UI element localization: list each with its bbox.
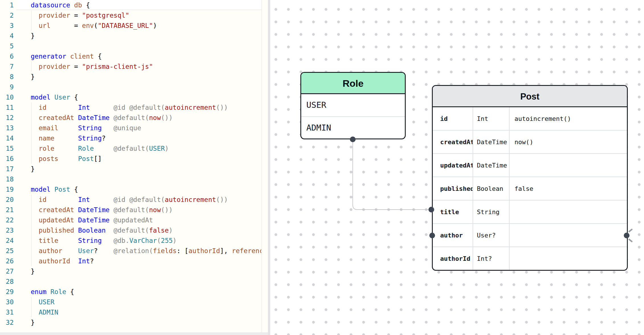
code-line[interactable]: } xyxy=(31,31,261,41)
line-number: 10 xyxy=(0,92,14,102)
code-line[interactable]: provider = "postgresql" xyxy=(31,10,261,20)
field-default xyxy=(510,154,627,177)
enum-node-title[interactable]: Role xyxy=(301,73,405,94)
field-default xyxy=(510,200,627,223)
field-default xyxy=(510,247,627,270)
model-node-post[interactable]: Post idIntautoincrement()createdAtDateTi… xyxy=(432,85,628,271)
code-line[interactable]: id Int @id @default(autoincrement()) xyxy=(31,195,261,205)
code-line[interactable]: author User? @relation(fields: [authorId… xyxy=(31,246,261,256)
code-line[interactable]: posts Post[] xyxy=(31,154,261,164)
line-number: 22 xyxy=(0,215,14,225)
enum-value-row[interactable]: ADMIN xyxy=(301,116,405,139)
field-default xyxy=(510,224,627,247)
model-field-row[interactable]: authorUser? xyxy=(433,223,627,247)
code-line[interactable]: published Boolean @default(false) xyxy=(31,225,261,235)
line-number: 20 xyxy=(0,195,14,205)
model-field-row[interactable]: titleString xyxy=(433,200,627,223)
model-field-row[interactable]: authorIdInt? xyxy=(433,247,627,270)
field-type: Int? xyxy=(473,247,510,270)
field-default: false xyxy=(510,177,627,200)
code-line[interactable]: ADMIN xyxy=(31,307,261,317)
line-number: 31 xyxy=(0,307,14,317)
code-line[interactable]: } xyxy=(31,72,261,82)
code-line[interactable]: url = env("DATABASE_URL") xyxy=(31,20,261,31)
line-number: 18 xyxy=(0,174,14,184)
code-editor-pane[interactable]: 1234567891011121314151617181920212223242… xyxy=(0,0,268,335)
line-number: 26 xyxy=(0,256,14,266)
code-line[interactable]: enum Role { xyxy=(31,287,261,297)
code-line[interactable]: name String? xyxy=(31,133,261,143)
field-type: Boolean xyxy=(473,177,510,200)
line-number: 23 xyxy=(0,225,14,235)
enum-node-role[interactable]: Role USERADMIN xyxy=(300,72,406,139)
line-number: 7 xyxy=(0,61,14,72)
post-left-handle-author[interactable] xyxy=(429,233,435,238)
field-type: String xyxy=(473,200,510,223)
line-number: 16 xyxy=(0,154,14,164)
code-line[interactable]: } xyxy=(31,164,261,174)
line-number: 30 xyxy=(0,297,14,307)
code-line[interactable]: createdAt DateTime @default(now()) xyxy=(31,205,261,215)
code-line[interactable]: authorId Int? xyxy=(31,256,261,266)
code-line[interactable] xyxy=(31,41,261,51)
role-bottom-handle[interactable] xyxy=(350,137,356,142)
field-type: DateTime xyxy=(473,131,510,153)
editor-scrollbar-border xyxy=(262,0,262,335)
code-line[interactable]: } xyxy=(31,317,261,328)
field-name: id xyxy=(433,107,473,130)
code-line[interactable]: USER xyxy=(31,297,261,307)
post-left-handle-title[interactable] xyxy=(428,207,434,212)
code-line[interactable]: } xyxy=(31,266,261,276)
field-name: author xyxy=(433,224,473,247)
line-number: 17 xyxy=(0,164,14,174)
line-number: 8 xyxy=(0,72,14,82)
prisma-schema-editor: 1234567891011121314151617181920212223242… xyxy=(0,0,644,335)
model-field-row[interactable]: updatedAtDateTime xyxy=(433,153,627,177)
field-default: autoincrement() xyxy=(510,107,627,130)
enum-value-row[interactable]: USER xyxy=(301,94,405,116)
field-type: DateTime xyxy=(473,154,510,177)
post-right-handle-author[interactable] xyxy=(624,233,629,238)
model-node-title[interactable]: Post xyxy=(433,86,627,107)
field-default: now() xyxy=(510,131,627,153)
code-line[interactable]: createdAt DateTime @default(now()) xyxy=(31,113,261,123)
code-line[interactable]: datasource db { xyxy=(31,0,261,10)
line-number: 5 xyxy=(0,41,14,51)
code-line[interactable]: provider = "prisma-client-js" xyxy=(31,61,261,72)
field-name: createdAt xyxy=(433,131,473,153)
line-number: 29 xyxy=(0,287,14,297)
field-name: published xyxy=(433,177,473,200)
line-number: 9 xyxy=(0,82,14,92)
line-number: 27 xyxy=(0,266,14,276)
model-field-row[interactable]: idIntautoincrement() xyxy=(433,107,627,130)
field-name: title xyxy=(433,200,473,223)
line-number: 19 xyxy=(0,184,14,195)
line-number: 4 xyxy=(0,31,14,41)
field-type: Int xyxy=(473,107,510,130)
pane-resize-divider[interactable] xyxy=(268,0,270,335)
model-field-row[interactable]: publishedBooleanfalse xyxy=(433,177,627,200)
code-line[interactable] xyxy=(31,82,261,92)
line-number: 32 xyxy=(0,317,14,328)
field-name: updatedAt xyxy=(433,154,473,177)
code-line[interactable] xyxy=(31,276,261,287)
model-field-row[interactable]: createdAtDateTimenow() xyxy=(433,130,627,153)
line-number: 6 xyxy=(0,51,14,61)
code-line[interactable]: generator client { xyxy=(31,51,261,61)
code-line[interactable]: email String @unique xyxy=(31,123,261,133)
code-line[interactable]: title String @db.VarChar(255) xyxy=(31,235,261,246)
line-number: 25 xyxy=(0,246,14,256)
code-line[interactable]: model Post { xyxy=(31,184,261,195)
schema-code[interactable]: datasource db { provider = "postgresql" … xyxy=(31,0,261,328)
code-line[interactable]: id Int @id @default(autoincrement()) xyxy=(31,102,261,113)
line-number: 21 xyxy=(0,205,14,215)
line-number-gutter: 1234567891011121314151617181920212223242… xyxy=(0,0,14,328)
code-line[interactable] xyxy=(31,174,261,184)
line-number: 3 xyxy=(0,20,14,31)
code-line[interactable]: model User { xyxy=(31,92,261,102)
field-name: authorId xyxy=(433,247,473,270)
line-number: 1 xyxy=(0,0,14,10)
code-line[interactable]: updatedAt DateTime @updatedAt xyxy=(31,215,261,225)
code-line[interactable]: role Role @default(USER) xyxy=(31,143,261,154)
editor-horizontal-scrollbar[interactable] xyxy=(0,332,268,335)
